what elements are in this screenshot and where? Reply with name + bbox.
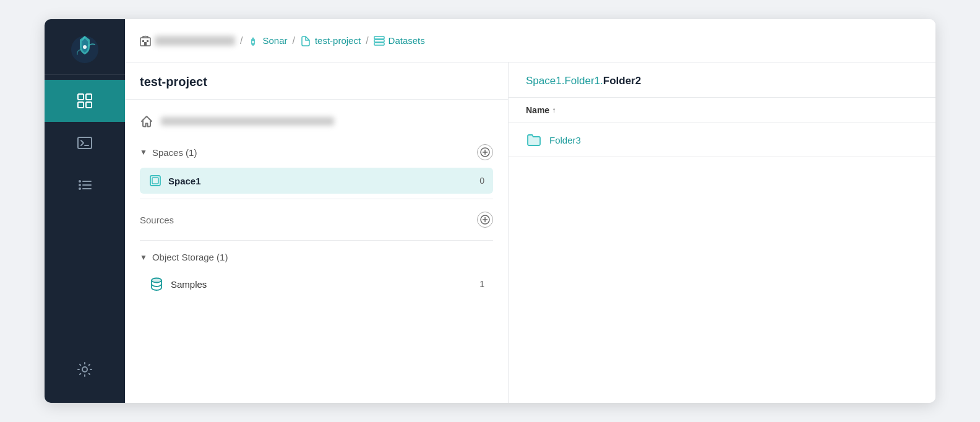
sidebar xyxy=(45,19,125,403)
sidebar-item-settings[interactable] xyxy=(76,348,93,390)
folder-icon xyxy=(526,132,542,148)
space1-row-container: Space1 0 xyxy=(140,168,493,194)
svg-rect-26 xyxy=(152,178,158,184)
plus-source-icon xyxy=(480,215,490,225)
spaces-section-label-group: ▼ Spaces (1) xyxy=(140,147,197,158)
object-storage-label: Object Storage (1) xyxy=(152,252,228,262)
svg-rect-4 xyxy=(78,102,84,108)
object-storage-label-group: ▼ Object Storage (1) xyxy=(140,252,228,262)
sonar-label: Sonar xyxy=(262,35,287,46)
datasets-icon xyxy=(374,35,385,46)
svg-point-30 xyxy=(152,278,161,283)
breadcrumb-org[interactable] xyxy=(140,35,235,46)
breadcrumb-datasets[interactable]: Datasets xyxy=(374,35,425,46)
main-content: / Sonar / xyxy=(125,19,935,403)
right-panel: Space1.Folder1.Folder2 Name ↑ xyxy=(509,62,935,403)
sources-label: Sources xyxy=(140,215,174,225)
object-storage-chevron-icon: ▼ xyxy=(140,253,147,262)
grid-icon xyxy=(76,92,93,110)
svg-point-7 xyxy=(79,180,81,183)
name-col-label: Name xyxy=(526,105,549,115)
test-project-label: test-project xyxy=(315,35,361,46)
terminal-icon xyxy=(76,134,93,152)
add-source-button[interactable] xyxy=(477,212,493,228)
home-row xyxy=(140,110,493,133)
app-container: / Sonar / xyxy=(45,19,935,403)
header: / Sonar / xyxy=(125,19,935,62)
org-name-blurred xyxy=(155,36,235,46)
svg-rect-15 xyxy=(142,40,144,42)
svg-point-18 xyxy=(252,41,254,43)
space-icon xyxy=(148,174,162,187)
breadcrumb-sep-2: / xyxy=(292,35,294,46)
tree-section: ▼ Spaces (1) xyxy=(125,100,508,309)
datasets-label: Datasets xyxy=(389,35,425,46)
tree-item-samples[interactable]: Samples 1 xyxy=(140,270,493,298)
spaces-label: Spaces (1) xyxy=(152,147,197,158)
spaces-section-header[interactable]: ▼ Spaces (1) xyxy=(140,138,493,166)
sonar-icon xyxy=(247,35,259,46)
sidebar-item-list[interactable] xyxy=(45,164,125,206)
svg-rect-6 xyxy=(78,137,92,149)
column-header-row: Name ↑ xyxy=(509,98,935,123)
sources-row: Sources xyxy=(140,204,493,235)
sidebar-item-terminal[interactable] xyxy=(45,122,125,164)
sort-asc-icon: ↑ xyxy=(552,106,556,114)
breadcrumb-sep-3: / xyxy=(366,35,368,46)
svg-point-9 xyxy=(79,184,81,186)
list-item-folder3[interactable]: Folder3 xyxy=(509,123,935,157)
breadcrumb: / Sonar / xyxy=(140,35,425,46)
sidebar-nav xyxy=(45,75,125,348)
list-icon xyxy=(76,176,93,194)
tree-item-space1[interactable]: Space1 0 xyxy=(140,168,493,194)
space1-count: 0 xyxy=(479,176,484,186)
object-storage-section-header[interactable]: ▼ Object Storage (1) xyxy=(140,246,493,269)
left-panel: test-project xyxy=(125,62,509,403)
home-path-blurred xyxy=(161,117,334,126)
svg-point-1 xyxy=(83,45,87,49)
left-panel-title: test-project xyxy=(125,62,508,100)
sidebar-bottom xyxy=(76,348,93,403)
sidebar-item-grid[interactable] xyxy=(45,80,125,122)
divider-2 xyxy=(140,240,493,241)
plus-icon xyxy=(480,147,490,157)
svg-rect-20 xyxy=(374,40,384,42)
path-bold: Folder2 xyxy=(603,75,641,87)
svg-rect-21 xyxy=(374,43,384,45)
breadcrumb-sep-1: / xyxy=(240,35,243,46)
database-icon xyxy=(148,276,165,292)
samples-label: Samples xyxy=(171,279,207,290)
divider-1 xyxy=(140,199,493,199)
breadcrumb-test-project[interactable]: test-project xyxy=(300,35,361,46)
project-icon xyxy=(300,35,311,46)
samples-count: 1 xyxy=(479,279,484,289)
svg-rect-17 xyxy=(144,42,147,46)
svg-point-13 xyxy=(82,367,87,372)
folder3-label: Folder3 xyxy=(549,135,581,145)
folder-path: Space1.Folder1.Folder2 xyxy=(526,75,918,87)
samples-item-left: Samples xyxy=(148,276,207,292)
building-icon xyxy=(140,35,151,46)
add-space-button[interactable] xyxy=(477,144,493,160)
home-icon xyxy=(140,114,153,128)
content-panels: test-project xyxy=(125,62,935,403)
spaces-chevron-icon: ▼ xyxy=(140,148,147,157)
svg-point-11 xyxy=(79,187,81,190)
svg-rect-19 xyxy=(374,37,384,39)
space1-label: Space1 xyxy=(168,176,201,186)
svg-rect-3 xyxy=(86,94,92,100)
svg-rect-16 xyxy=(147,40,148,42)
svg-rect-2 xyxy=(78,94,84,100)
path-prefix: Space1.Folder1. xyxy=(526,75,603,87)
svg-rect-5 xyxy=(86,102,92,108)
gear-icon xyxy=(76,361,93,378)
right-panel-header: Space1.Folder1.Folder2 xyxy=(509,62,935,98)
breadcrumb-sonar[interactable]: Sonar xyxy=(247,35,287,46)
space1-item-left: Space1 xyxy=(148,174,201,187)
app-logo-icon xyxy=(69,31,101,63)
name-column-header[interactable]: Name ↑ xyxy=(526,105,556,115)
sidebar-logo xyxy=(45,19,125,75)
